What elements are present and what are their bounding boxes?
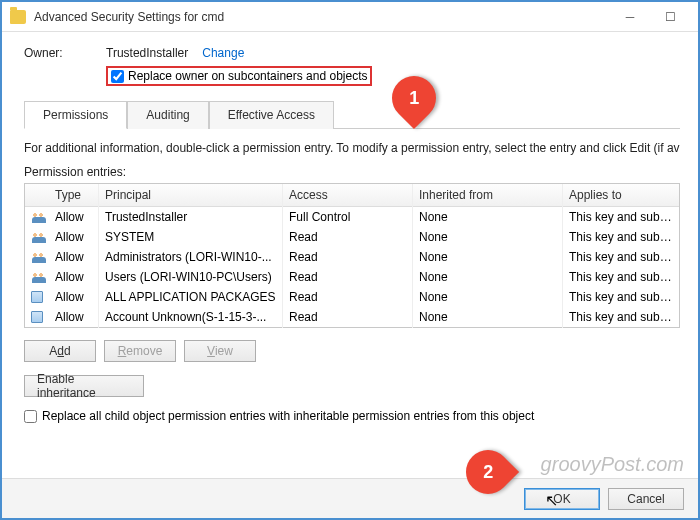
maximize-button[interactable]: ☐ [650,3,690,31]
cell-access: Full Control [283,206,413,228]
principal-icon [25,227,49,247]
cell-principal: ALL APPLICATION PACKAGES [99,286,283,308]
col-inherited[interactable]: Inherited from [413,184,563,206]
table-row[interactable]: AllowAdministrators (LORI-WIN10-...ReadN… [25,247,679,267]
window-controls: ─ ☐ [610,3,690,31]
tab-auditing[interactable]: Auditing [127,101,208,129]
cell-type: Allow [49,266,99,288]
cell-inherited: None [413,286,563,308]
cell-principal: Account Unknown(S-1-15-3-... [99,306,283,328]
cell-principal: Users (LORI-WIN10-PC\Users) [99,266,283,288]
cell-principal: SYSTEM [99,226,283,248]
cell-type: Allow [49,226,99,248]
cell-inherited: None [413,306,563,328]
principal-icon [25,267,49,287]
entry-buttons: Add Remove View [24,340,680,362]
cell-applies: This key and subkeys [563,286,679,308]
minimize-button[interactable]: ─ [610,3,650,31]
table-row[interactable]: AllowSYSTEMReadNoneThis key and subkeys [25,227,679,247]
cell-type: Allow [49,306,99,328]
cell-type: Allow [49,246,99,268]
owner-label: Owner: [24,46,106,60]
replace-owner-label[interactable]: Replace owner on subcontainers and objec… [128,69,367,83]
cell-inherited: None [413,206,563,228]
replace-owner-checkbox[interactable] [111,70,124,83]
permission-entries-label: Permission entries: [24,165,680,179]
watermark: groovyPost.com [541,453,684,476]
replace-child-label[interactable]: Replace all child object permission entr… [42,409,534,423]
ok-button[interactable]: OK [524,488,600,510]
cancel-button[interactable]: Cancel [608,488,684,510]
table-header: Type Principal Access Inherited from App… [25,184,679,207]
remove-button: Remove [104,340,176,362]
col-icon [25,184,49,206]
cell-applies: This key and subkeys [563,226,679,248]
view-button: View [184,340,256,362]
tab-permissions[interactable]: Permissions [24,101,127,129]
cell-applies: This key and subkeys [563,246,679,268]
tab-effective-access[interactable]: Effective Access [209,101,334,129]
dialog-footer: OK Cancel [2,478,698,518]
cell-access: Read [283,226,413,248]
cell-type: Allow [49,286,99,308]
enable-inheritance-button[interactable]: Enable inheritance [24,375,144,397]
owner-value: TrustedInstaller [106,46,188,60]
cell-principal: Administrators (LORI-WIN10-... [99,246,283,268]
cell-applies: This key and subkeys [563,266,679,288]
cell-access: Read [283,266,413,288]
cell-inherited: None [413,246,563,268]
cell-inherited: None [413,226,563,248]
table-row[interactable]: AllowUsers (LORI-WIN10-PC\Users)ReadNone… [25,267,679,287]
principal-icon [25,247,49,267]
replace-child-checkbox[interactable] [24,410,37,423]
principal-icon [25,207,49,227]
owner-row: Owner: TrustedInstaller Change [24,46,680,60]
folder-icon [10,10,26,24]
table-row[interactable]: AllowALL APPLICATION PACKAGESReadNoneThi… [25,287,679,307]
col-type[interactable]: Type [49,184,99,206]
cell-inherited: None [413,266,563,288]
principal-icon [25,307,49,327]
window-title: Advanced Security Settings for cmd [34,10,610,24]
add-button[interactable]: Add [24,340,96,362]
table-body: AllowTrustedInstallerFull ControlNoneThi… [25,207,679,327]
table-row[interactable]: AllowTrustedInstallerFull ControlNoneThi… [25,207,679,227]
info-text: For additional information, double-click… [24,141,680,155]
cell-type: Allow [49,206,99,228]
principal-icon [25,287,49,307]
col-applies[interactable]: Applies to [563,184,679,206]
highlight-box-1: Replace owner on subcontainers and objec… [106,66,372,86]
tabs: Permissions Auditing Effective Access [24,100,680,129]
col-principal[interactable]: Principal [99,184,283,206]
replace-child-row: Replace all child object permission entr… [24,409,680,423]
cell-access: Read [283,286,413,308]
change-owner-link[interactable]: Change [202,46,244,60]
col-access[interactable]: Access [283,184,413,206]
cursor-icon: ↖ [545,491,558,510]
dialog-content: Owner: TrustedInstaller Change Replace o… [2,32,698,449]
cell-access: Read [283,246,413,268]
titlebar: Advanced Security Settings for cmd ─ ☐ [2,2,698,32]
cell-applies: This key and subkeys [563,206,679,228]
cell-principal: TrustedInstaller [99,206,283,228]
table-row[interactable]: AllowAccount Unknown(S-1-15-3-...ReadNon… [25,307,679,327]
cell-applies: This key and subkeys [563,306,679,328]
permission-table: Type Principal Access Inherited from App… [24,183,680,328]
replace-owner-row: Replace owner on subcontainers and objec… [106,66,680,86]
cell-access: Read [283,306,413,328]
